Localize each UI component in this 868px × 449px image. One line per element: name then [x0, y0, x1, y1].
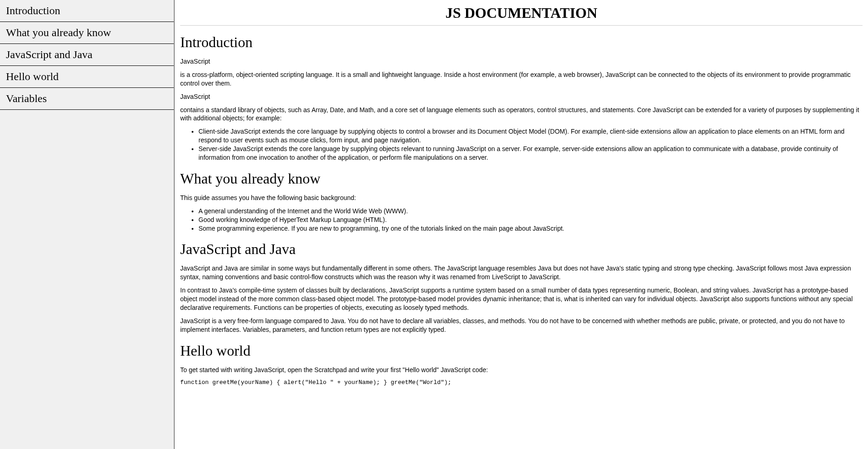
- list-item: A general understanding of the Internet …: [198, 207, 863, 216]
- paragraph: To get started with writing JavaScript, …: [180, 366, 863, 374]
- nav-link-what-you-already-know[interactable]: What you already know: [0, 22, 174, 44]
- section-hello-world: Hello world To get started with writing …: [180, 342, 863, 386]
- nav-link-hello-world[interactable]: Hello world: [0, 66, 174, 88]
- list-item: Client-side JavaScript extends the core …: [198, 127, 863, 145]
- section-javascript-and-java: JavaScript and Java JavaScript and Java …: [180, 241, 863, 334]
- paragraph: JavaScript and Java are similar in some …: [180, 264, 863, 281]
- paragraph: In contrast to Java's compile-time syste…: [180, 286, 863, 312]
- main-content: JS DOCUMENTATION Introduction JavaScript…: [175, 0, 868, 449]
- page-title: JS DOCUMENTATION: [180, 5, 863, 22]
- header-divider: [180, 25, 863, 26]
- paragraph: JavaScript: [180, 92, 863, 101]
- nav-link-variables[interactable]: Variables: [0, 88, 174, 110]
- paragraph: JavaScript: [180, 57, 863, 66]
- sidebar-nav: Introduction What you already know JavaS…: [0, 0, 175, 449]
- list-item: Server-side JavaScript extends the core …: [198, 145, 863, 162]
- nav-link-javascript-and-java[interactable]: JavaScript and Java: [0, 44, 174, 66]
- section-heading: Hello world: [180, 342, 863, 359]
- section-introduction: Introduction JavaScript is a cross-platf…: [180, 34, 863, 162]
- nav-link-introduction[interactable]: Introduction: [0, 0, 174, 22]
- bullet-list: A general understanding of the Internet …: [180, 207, 863, 233]
- bullet-list: Client-side JavaScript extends the core …: [180, 127, 863, 162]
- section-heading: JavaScript and Java: [180, 241, 863, 258]
- paragraph: JavaScript is a very free-form language …: [180, 317, 863, 334]
- section-heading: Introduction: [180, 34, 863, 51]
- list-item: Some programming experience. If you are …: [198, 224, 863, 233]
- paragraph: contains a standard library of objects, …: [180, 106, 863, 123]
- paragraph: is a cross-platform, object-oriented scr…: [180, 70, 863, 88]
- section-heading: What you already know: [180, 170, 863, 187]
- page-header: JS DOCUMENTATION: [180, 5, 863, 22]
- list-item: Good working knowledge of HyperText Mark…: [198, 216, 863, 224]
- paragraph: This guide assumes you have the followin…: [180, 194, 863, 202]
- code-block: function greetMe(yourName) { alert("Hell…: [180, 379, 863, 386]
- section-what-you-already-know: What you already know This guide assumes…: [180, 170, 863, 233]
